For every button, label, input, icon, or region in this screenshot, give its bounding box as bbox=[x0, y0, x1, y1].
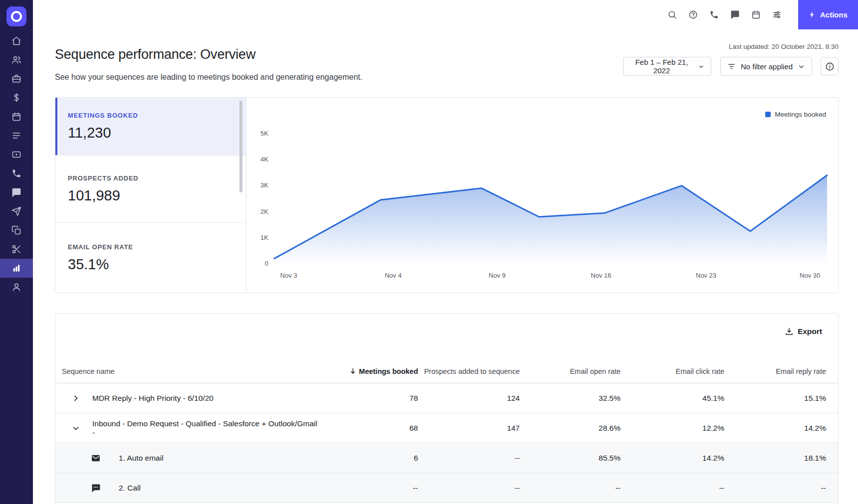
y-axis-tick: 4K bbox=[246, 156, 268, 163]
dollar-icon bbox=[11, 93, 21, 103]
home-icon bbox=[11, 36, 21, 46]
app-logo[interactable] bbox=[6, 6, 26, 26]
help-button[interactable] bbox=[682, 0, 703, 29]
metric-value: 11,230 bbox=[68, 125, 246, 141]
metric-value: 101,989 bbox=[68, 187, 246, 204]
calendar-icon bbox=[751, 10, 761, 19]
sidebar-item-snippets[interactable] bbox=[0, 240, 33, 259]
x-axis-tick: Nov 3 bbox=[280, 272, 297, 279]
metric-label: PROSPECTS ADDED bbox=[68, 174, 246, 182]
email-open-rate-value: 28.6% bbox=[520, 424, 621, 433]
sidebar-item-sequences[interactable] bbox=[0, 202, 33, 221]
metric-tile-list: MEETINGS BOOKED 11,230 PROSPECTS ADDED 1… bbox=[55, 98, 246, 293]
download-icon bbox=[785, 327, 794, 336]
sidebar-item-calendar[interactable] bbox=[0, 107, 33, 126]
export-button[interactable]: Export bbox=[782, 327, 825, 336]
sidebar-item-conversations[interactable] bbox=[0, 183, 33, 202]
briefcase-icon bbox=[11, 74, 21, 84]
email-reply-rate-value: 14.2% bbox=[724, 424, 826, 433]
email-open-rate-value: -- bbox=[520, 484, 621, 493]
table-row[interactable]: MDR Reply - High Priority - 6/10/20 78 1… bbox=[55, 383, 838, 413]
prospects-added-value: 147 bbox=[418, 424, 520, 433]
sequence-step-row[interactable]: 2. Call -- -- -- -- -- bbox=[55, 473, 838, 503]
column-header-email-click-rate[interactable]: Email click rate bbox=[621, 367, 724, 375]
date-range-label: Feb 1 – Feb 21, 2022 bbox=[630, 58, 693, 75]
people-icon bbox=[11, 55, 21, 65]
metric-label: MEETINGS BOOKED bbox=[68, 112, 246, 119]
info-button[interactable] bbox=[821, 57, 839, 75]
person-icon bbox=[11, 282, 21, 292]
email-click-rate-value: 12.2% bbox=[621, 424, 724, 433]
filter-label: No filter applied bbox=[741, 62, 793, 71]
metrics-scrollbar[interactable] bbox=[239, 101, 242, 192]
email-reply-rate-value: 15.1% bbox=[724, 394, 826, 403]
app-root: Actions Sequence performance: Overview S… bbox=[0, 0, 858, 504]
phone-button[interactable] bbox=[703, 0, 724, 29]
metric-tile-email-open-rate[interactable]: EMAIL OPEN RATE 35.1% bbox=[55, 222, 246, 293]
line-chart: Meetings booked 01K2K3K4K5K Nov 3Nov 4No… bbox=[246, 98, 838, 293]
column-header-prospects-added[interactable]: Prospects added to sequence bbox=[418, 367, 520, 375]
chevron-down-icon bbox=[798, 63, 805, 70]
expand-row-button[interactable] bbox=[72, 394, 80, 402]
x-axis-tick: Nov 9 bbox=[489, 272, 506, 279]
sidebar-nav bbox=[0, 31, 33, 297]
column-header-meetings-booked[interactable]: Meetings booked bbox=[318, 367, 418, 375]
sidebar-item-plays[interactable] bbox=[0, 126, 33, 145]
chat-button[interactable] bbox=[724, 0, 745, 29]
meetings-booked-line-chart bbox=[246, 98, 839, 294]
settings-sliders-button[interactable] bbox=[766, 0, 787, 29]
sequence-name: Inbound - Demo Request - Qualified - Sal… bbox=[92, 419, 318, 437]
sidebar-item-opportunities[interactable] bbox=[0, 69, 33, 88]
sequence-step-row[interactable]: 1. Auto email 6 -- 85.5% 14.2% 18.1% bbox=[55, 443, 838, 473]
chart-area-fill bbox=[274, 175, 827, 264]
y-axis-tick: 3K bbox=[246, 181, 268, 189]
email-click-rate-value: 45.1% bbox=[621, 394, 724, 403]
metric-value: 35.1% bbox=[68, 256, 246, 273]
chevron-right-icon bbox=[72, 394, 80, 402]
metric-tile-meetings-booked[interactable]: MEETINGS BOOKED 11,230 bbox=[55, 98, 246, 155]
sidebar-item-reports[interactable] bbox=[0, 259, 33, 278]
step-name: 2. Call bbox=[119, 484, 141, 493]
chevron-down-icon bbox=[698, 63, 704, 70]
stack-icon bbox=[11, 131, 21, 141]
collapse-row-button[interactable] bbox=[72, 424, 80, 432]
metrics-chart-card: MEETINGS BOOKED 11,230 PROSPECTS ADDED 1… bbox=[55, 97, 839, 293]
date-range-button[interactable]: Feb 1 – Feb 21, 2022 bbox=[623, 57, 711, 76]
email-click-rate-value: 14.2% bbox=[621, 454, 724, 463]
actions-button[interactable]: Actions bbox=[798, 0, 858, 29]
prospects-added-value: -- bbox=[418, 454, 520, 463]
sidebar-item-revenue[interactable] bbox=[0, 88, 33, 107]
sidebar-item-people[interactable] bbox=[0, 50, 33, 69]
metric-tile-prospects-added[interactable]: PROSPECTS ADDED 101,989 bbox=[55, 155, 246, 222]
scissors-icon bbox=[11, 244, 21, 254]
search-button[interactable] bbox=[661, 0, 682, 29]
table-toolbar: Export bbox=[55, 314, 838, 346]
email-open-rate-value: 32.5% bbox=[520, 394, 621, 403]
sidebar-item-home[interactable] bbox=[0, 31, 33, 50]
filter-button[interactable]: No filter applied bbox=[720, 57, 812, 76]
phone-icon bbox=[709, 10, 719, 19]
prospects-added-value: 124 bbox=[418, 394, 520, 403]
metric-label: EMAIL OPEN RATE bbox=[68, 243, 246, 251]
export-label: Export bbox=[798, 327, 822, 336]
sidebar-item-profile[interactable] bbox=[0, 278, 33, 297]
y-axis-tick: 5K bbox=[246, 130, 268, 137]
prospects-added-value: -- bbox=[418, 484, 520, 493]
sidebar-item-templates[interactable] bbox=[0, 221, 33, 240]
table-row[interactable]: Inbound - Demo Request - Qualified - Sal… bbox=[55, 413, 838, 443]
page-subtitle: See how your sequences are leading to me… bbox=[55, 73, 362, 82]
sidebar-item-meetings[interactable] bbox=[0, 145, 33, 164]
chat-bubble-icon bbox=[11, 187, 21, 197]
topbar: Actions bbox=[33, 0, 858, 29]
column-header-sequence-name[interactable]: Sequence name bbox=[62, 367, 318, 375]
column-header-email-open-rate[interactable]: Email open rate bbox=[520, 367, 621, 375]
calendar-button[interactable] bbox=[745, 0, 766, 29]
sidebar-item-calls[interactable] bbox=[0, 164, 33, 183]
y-axis-tick: 0 bbox=[246, 260, 268, 267]
info-icon bbox=[825, 62, 835, 71]
x-axis-tick: Nov 30 bbox=[800, 272, 820, 279]
chat-bubble-icon bbox=[730, 10, 740, 19]
column-header-email-reply-rate[interactable]: Email reply rate bbox=[724, 367, 826, 375]
main-content: Sequence performance: Overview See how y… bbox=[33, 29, 858, 504]
meetings-booked-value: 78 bbox=[318, 394, 418, 403]
